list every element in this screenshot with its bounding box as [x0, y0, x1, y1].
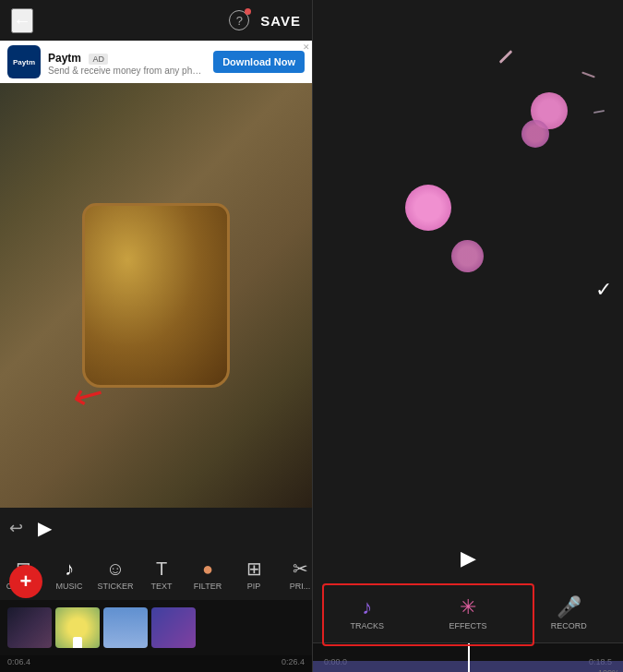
thumb-4: [151, 607, 196, 648]
sticker-icon: ☺: [106, 558, 125, 580]
effects-icon: ✳: [460, 595, 476, 619]
ad-tag: AD: [89, 54, 108, 65]
play-button[interactable]: ▶: [32, 517, 57, 539]
ad-brand: Paytm: [48, 52, 81, 65]
tool-text[interactable]: T TEXT: [138, 555, 185, 594]
cup-decoration: [82, 203, 230, 388]
ad-logo: Paytm: [7, 45, 41, 78]
right-video-preview: ✓ ▶: [313, 0, 623, 580]
filter-icon: ●: [202, 558, 213, 580]
notification-dot: [245, 8, 251, 15]
tool-filter[interactable]: ● FILTER: [185, 555, 231, 594]
top-bar: ← ? SAVE: [0, 0, 312, 41]
timestamp-start: 0:06.4: [7, 657, 30, 670]
ad-banner: Paytm Paytm AD Send & receive money from…: [0, 41, 312, 83]
pip-icon: ⊞: [246, 558, 262, 580]
help-button[interactable]: ?: [229, 10, 249, 30]
add-button[interactable]: +: [9, 565, 42, 598]
ad-text: Paytm AD Send & receive money from any p…: [48, 49, 206, 76]
playhead: [468, 643, 470, 672]
thumb-2: [55, 607, 100, 648]
timestamp-end: 0:26.4: [282, 657, 305, 670]
checkmark-button[interactable]: ✓: [595, 278, 612, 302]
download-button[interactable]: Download Now: [213, 51, 305, 73]
tool-bar: ↓ ⊡ CANVAS ♪ MUSIC ☺ STICKER T TEXT ● FI…: [0, 548, 312, 600]
tool-pip[interactable]: ⊞ PIP: [231, 554, 277, 594]
effects-tool[interactable]: ✳ EFFECTS: [442, 595, 494, 630]
thumb-3: [103, 607, 148, 648]
media-toolbar: ↩ ▶: [0, 508, 312, 548]
right-timeline[interactable]: 0:00.0 0:18.5 100%: [313, 642, 623, 672]
tool-sticker[interactable]: ☺ STICKER: [92, 555, 138, 594]
preview-image: [0, 83, 312, 508]
zoom-indicator: 100%: [598, 668, 619, 672]
thumb-1: [7, 607, 52, 648]
video-preview: ↙: [0, 83, 312, 508]
record-icon: 🎤: [557, 595, 581, 619]
bottom-tools-bar: ♪ TRACKS ✳ EFFECTS 🎤 RECORD: [313, 580, 623, 642]
scissors-icon: ✂: [293, 558, 308, 580]
ad-description: Send & receive money from any phone ...: [48, 66, 206, 76]
left-panel: ← ? SAVE Paytm Paytm AD Send & receive m…: [0, 0, 312, 672]
ad-close-icon[interactable]: ✕: [303, 42, 310, 52]
text-icon: T: [156, 558, 167, 580]
help-icon-label: ?: [236, 14, 243, 28]
save-button[interactable]: SAVE: [260, 13, 301, 29]
back-button[interactable]: ←: [11, 8, 33, 33]
record-tool[interactable]: 🎤 RECORD: [543, 595, 594, 630]
right-play-button[interactable]: ▶: [461, 546, 476, 570]
tracks-icon: ♪: [362, 595, 372, 619]
undo-button[interactable]: ↩: [4, 518, 29, 538]
tool-music[interactable]: ♪ MUSIC: [46, 555, 92, 594]
tool-more[interactable]: ✂ PRI...: [277, 554, 312, 594]
right-panel: ✓ ▶ ♪ TRACKS ✳ EFFECTS 🎤 RECORD: [313, 0, 623, 672]
music-icon: ♪: [65, 558, 74, 580]
timeline[interactable]: [0, 600, 312, 655]
bottom-controls: ♪ TRACKS ✳ EFFECTS 🎤 RECORD 0:00.0 0:18.…: [313, 580, 623, 672]
timestamp-bar: 0:06.4 0:26.4: [0, 655, 312, 672]
tracks-tool[interactable]: ♪ TRACKS: [341, 595, 393, 630]
flowers-background: [313, 0, 623, 580]
